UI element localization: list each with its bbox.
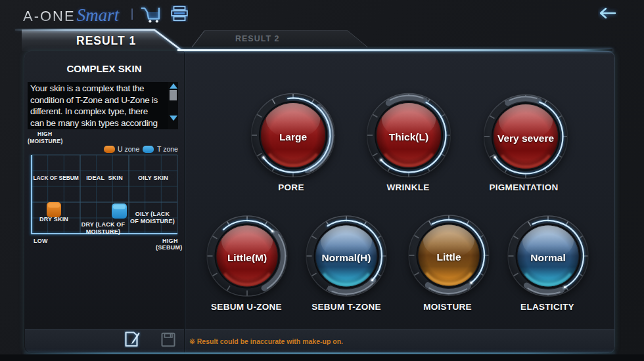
svg-text:Large: Large bbox=[279, 131, 308, 142]
svg-text:Little: Little bbox=[436, 251, 461, 263]
svg-text:Normal(H): Normal(H) bbox=[322, 252, 371, 263]
svg-text:Thick(L): Thick(L) bbox=[389, 131, 428, 142]
svg-text:Normal: Normal bbox=[530, 252, 565, 263]
svg-text:Little(M): Little(M) bbox=[227, 252, 267, 263]
svg-text:Very severe: Very severe bbox=[497, 133, 555, 144]
